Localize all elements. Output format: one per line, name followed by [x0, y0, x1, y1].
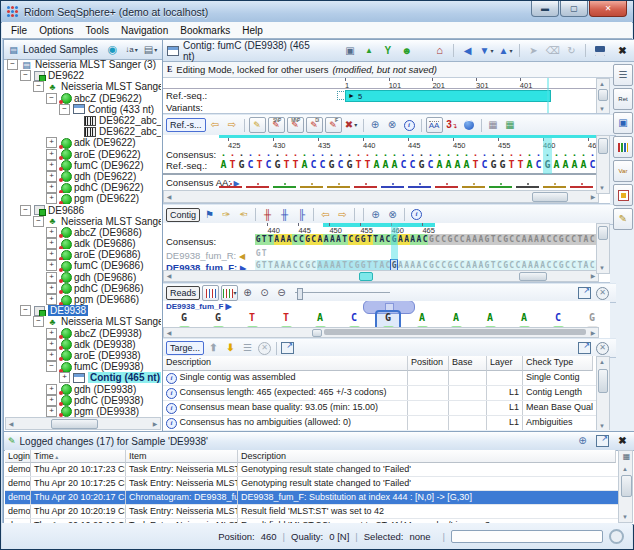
contig-zoom-in-icon[interactable]: ⊕ [368, 208, 383, 222]
mnp-edit-icon[interactable]: ✎MNP [287, 117, 304, 133]
log-row[interactable]: demoThu Apr 20 10:20:17 CE...Chromatogra… [5, 491, 620, 505]
move-down-icon[interactable]: ⬇ [223, 341, 238, 355]
samples-tree[interactable]: −▤Neisseria MLST Sanger (3)−DE9622−♣Neis… [5, 59, 161, 418]
maximize-button[interactable]: ▢ [560, 1, 588, 17]
checks-col-layer[interactable]: Layer [487, 356, 523, 371]
target-section-button[interactable]: Targe... [166, 341, 204, 355]
tree-item[interactable]: −DE9686 [5, 204, 161, 215]
log-col-time[interactable]: Time ▴ [31, 450, 126, 463]
editor-tool-icon[interactable]: ▣ [613, 112, 633, 134]
collapse-toggle[interactable]: − [59, 104, 70, 115]
reads-zoom-reset-icon[interactable]: ⊙ [257, 286, 272, 300]
title-bar[interactable]: Ridom SeqSphere+ (demo at localhost) ▬ ▢… [1, 1, 633, 23]
log-column-config-icon[interactable]: ▦ [619, 451, 634, 463]
overview-refseq-bar[interactable]: ► 5 [345, 90, 551, 102]
log-export-icon[interactable] [596, 435, 609, 447]
approve-icon[interactable]: ✑ [219, 208, 234, 222]
expand-toggle[interactable]: + [46, 137, 57, 148]
list-options-icon[interactable]: ☰ [240, 341, 255, 355]
ins-edit-icon[interactable]: ✎IF [325, 117, 342, 133]
menu-tools[interactable]: Tools [80, 24, 115, 37]
expand-toggle[interactable]: + [46, 227, 57, 238]
contig-section-button[interactable]: Contig [166, 208, 200, 222]
log-col-login[interactable]: Login [5, 450, 31, 463]
sort-icon[interactable]: ↓a▾ [124, 43, 139, 57]
snp-edit-icon[interactable]: ✎SNP [268, 117, 285, 133]
alignment-hscrollbar[interactable]: ◀ ▶ [163, 190, 599, 203]
minimize-button[interactable]: ▬ [531, 1, 559, 17]
tree-item[interactable]: DE9622_abc_R (7 [5, 115, 161, 126]
menu-navigation[interactable]: Navigation [115, 24, 174, 37]
tree-item[interactable]: −DE9622 [5, 70, 161, 81]
tree-item[interactable]: +fumC (DE9686) [5, 260, 161, 271]
log-row[interactable]: demoThu Apr 20 10:17:23 CE...Task Entry:… [5, 463, 620, 477]
collapse-toggle[interactable]: − [20, 70, 31, 81]
log-row[interactable]: demoThu Apr 20 10:20:19 CE...Task Entry:… [5, 505, 620, 519]
sign-icon[interactable]: ✑ [236, 208, 251, 222]
expand-toggle[interactable]: + [46, 249, 57, 260]
blast-globe-icon[interactable] [462, 118, 477, 132]
overview-tool-icon[interactable]: ☰ [613, 64, 633, 86]
checks-export-icon[interactable] [281, 342, 294, 354]
tree-item[interactable]: +Contig (465 nt) [5, 372, 161, 383]
expand-toggle[interactable]: + [46, 406, 57, 417]
checks-vscrollbar[interactable]: ▲ ▼ [596, 356, 610, 430]
expand-toggle[interactable]: + [46, 171, 57, 182]
tree-item[interactable]: +aroE (DE9622) [5, 149, 161, 160]
tree-hscrollbar[interactable]: ◀ ▶ [5, 417, 161, 430]
aa-toggle-button[interactable]: AA [426, 117, 443, 133]
branch-icon[interactable]: Y [380, 44, 395, 58]
expand-toggle[interactable]: + [46, 350, 57, 361]
tree-item[interactable]: −▤Neisseria MLST Sanger (3) [5, 59, 161, 70]
next-diff-icon[interactable]: ⇨ [335, 208, 350, 222]
checks-col-description[interactable]: Description [163, 356, 408, 371]
menu-file[interactable]: File [5, 24, 33, 37]
editor-close-icon[interactable]: ✖ [615, 44, 630, 58]
edit-pencil-icon[interactable]: ✎ [249, 117, 266, 133]
alerts-tool-icon[interactable] [613, 184, 633, 206]
log-close-icon[interactable]: ✖ [615, 434, 630, 448]
overview-panel[interactable]: 1101201301401 Ref.-seq.: Variants: ► 5 ▲… [163, 78, 610, 114]
del-edit-icon[interactable]: ✎DI [306, 117, 323, 133]
check-row[interactable]: i Consensus length: 465 (expected: 465 +… [163, 386, 597, 401]
refseq-section-button[interactable]: Ref.-s... [166, 118, 206, 132]
next-variant-icon[interactable]: ⇨ [225, 118, 240, 132]
collapse-toggle[interactable]: − [20, 305, 31, 316]
discard-icon[interactable]: ⌫ [545, 44, 560, 58]
tree-item[interactable]: +pdhC (DE9622) [5, 182, 161, 193]
collapse-toggle[interactable]: − [20, 205, 31, 216]
check-row[interactable]: i Single contig was assembledSingle Cont… [163, 371, 597, 386]
checks-col-base[interactable]: Base [449, 356, 487, 371]
zoom-off-icon[interactable]: ⊗ [385, 118, 400, 132]
reads-zoom-in-icon[interactable]: ⊕ [240, 286, 255, 300]
menu-bookmarks[interactable]: Bookmarks [174, 24, 236, 37]
collapse-toggle[interactable]: − [33, 81, 44, 92]
overview-vscrollbar[interactable]: ▲ ▼ [596, 78, 610, 114]
prev-variant-icon[interactable]: ⇦ [208, 118, 223, 132]
home-icon[interactable]: ⌂ [432, 44, 447, 58]
align-mid-icon[interactable]: ╫ [277, 208, 292, 222]
log-vscrollbar[interactable]: ▦ ▲ ▼ [618, 450, 633, 523]
tree-item[interactable]: +aroE (DE9938) [5, 350, 161, 361]
log-search-icon[interactable]: ⊕ [575, 434, 590, 448]
variants-tool-icon[interactable]: Var [613, 160, 633, 182]
down-icon[interactable]: ▼▾ [479, 44, 494, 58]
expand-toggle[interactable]: + [59, 372, 70, 383]
save-icon[interactable] [592, 44, 607, 58]
tree-item[interactable]: +aroE (DE9686) [5, 249, 161, 260]
tree-item[interactable]: +gdh (DE9622) [5, 171, 161, 182]
contig-hscrollbar[interactable]: ◀ ▶ [163, 270, 599, 282]
align-trim-icon[interactable]: ╟ [294, 208, 309, 222]
expand-toggle[interactable]: + [46, 149, 57, 160]
codon-view-icon[interactable]: 3↴ [445, 118, 460, 132]
close-button[interactable]: ✕ [589, 1, 627, 17]
checks-col-check-type[interactable]: Check Type [523, 356, 593, 371]
tree-item[interactable]: −fumC (DE9938) [5, 361, 161, 372]
tree-item[interactable]: −Contig (433 nt) [5, 104, 161, 115]
tree-item[interactable]: +abcZ (DE9938) [5, 328, 161, 339]
remove-variant-icon[interactable]: ✖▾ [344, 118, 359, 132]
info-icon[interactable]: i [402, 118, 417, 132]
menu-options[interactable]: Options [33, 24, 79, 37]
collapse-toggle[interactable]: − [33, 316, 44, 327]
trace-view-icon[interactable] [202, 285, 219, 301]
